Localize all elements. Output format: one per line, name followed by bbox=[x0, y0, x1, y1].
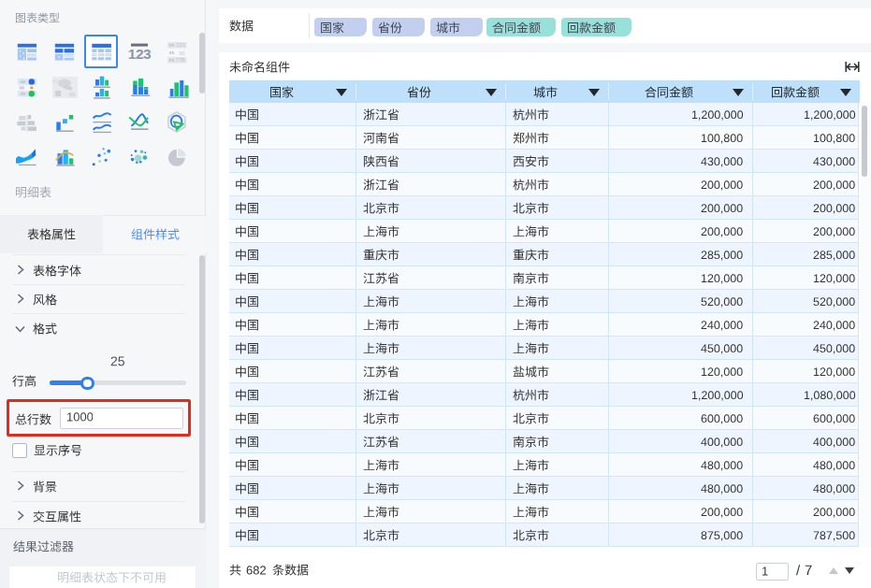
svg-text:123: 123 bbox=[128, 46, 152, 62]
svg-text:90: 90 bbox=[179, 50, 184, 56]
svg-text:123: 123 bbox=[176, 42, 184, 48]
svg-text:77B: 77B bbox=[176, 57, 185, 63]
